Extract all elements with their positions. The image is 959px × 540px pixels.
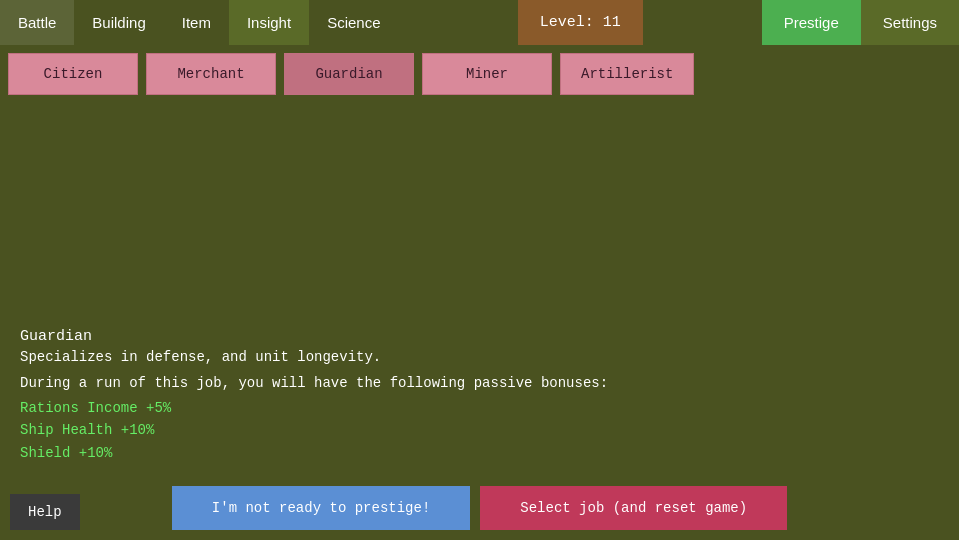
- job-card-guardian[interactable]: Guardian: [284, 53, 414, 95]
- select-job-button[interactable]: Select job (and reset game): [480, 486, 787, 530]
- bonus-item: Shield +10%: [20, 442, 939, 464]
- tab-science[interactable]: Science: [309, 0, 398, 45]
- tab-item[interactable]: Item: [164, 0, 229, 45]
- job-card-citizen[interactable]: Citizen: [8, 53, 138, 95]
- bonuses-list: Rations Income +5%Ship Health +10%Shield…: [20, 397, 939, 464]
- level-display: Level: 11: [518, 0, 643, 45]
- bonus-item: Ship Health +10%: [20, 419, 939, 441]
- bonus-item: Rations Income +5%: [20, 397, 939, 419]
- tab-insight[interactable]: Insight: [229, 0, 309, 45]
- job-card-merchant[interactable]: Merchant: [146, 53, 276, 95]
- navbar: Battle Building Item Insight Science Lev…: [0, 0, 959, 45]
- job-description: Specializes in defense, and unit longevi…: [20, 349, 939, 365]
- description-area: Guardian Specializes in defense, and uni…: [0, 328, 959, 480]
- passive-bonuses-label: During a run of this job, you will have …: [20, 375, 939, 391]
- action-buttons: I'm not ready to prestige! Select job (a…: [0, 486, 959, 530]
- help-button[interactable]: Help: [10, 494, 80, 530]
- job-cards-row: Citizen Merchant Guardian Miner Artiller…: [0, 45, 959, 103]
- prestige-button[interactable]: Prestige: [762, 0, 861, 45]
- tab-building[interactable]: Building: [74, 0, 163, 45]
- job-card-miner[interactable]: Miner: [422, 53, 552, 95]
- job-title: Guardian: [20, 328, 939, 345]
- tab-battle[interactable]: Battle: [0, 0, 74, 45]
- settings-button[interactable]: Settings: [861, 0, 959, 45]
- not-ready-button[interactable]: I'm not ready to prestige!: [172, 486, 470, 530]
- job-card-artillerist[interactable]: Artillerist: [560, 53, 694, 95]
